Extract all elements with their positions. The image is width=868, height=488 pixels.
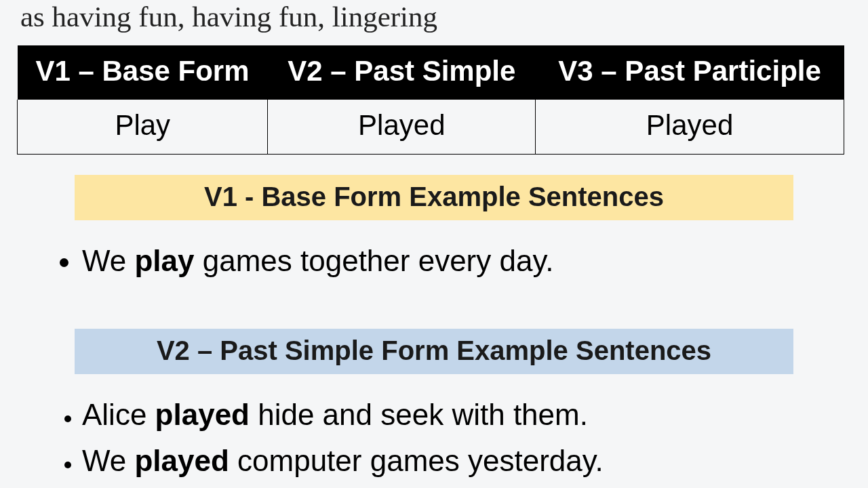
v2-ex1-pre: Alice (82, 398, 155, 431)
v1-ex1-bold: play (134, 244, 194, 277)
td-v3: Played (536, 100, 844, 155)
heading-v1-examples: V1 - Base Form Example Sentences (75, 175, 793, 220)
th-v3: V3 – Past Participle (536, 45, 844, 100)
v2-ex2-pre: We (82, 444, 134, 477)
intro-fragment: as having fun, having fun, lingering (20, 0, 851, 33)
v2-ex1-bold: played (155, 398, 250, 431)
heading-v2-examples: V2 – Past Simple Form Example Sentences (75, 329, 793, 374)
th-v2: V2 – Past Simple (268, 45, 536, 100)
v1-ex1-post: games together every day. (194, 244, 553, 277)
v1-example-1: We play games together every day. (82, 239, 851, 283)
v2-ex2-bold: played (134, 444, 229, 477)
v2-example-1: Alice played hide and seek with them. (82, 393, 851, 436)
th-v1: V1 – Base Form (18, 45, 268, 100)
v2-example-list: Alice played hide and seek with them. We… (82, 393, 851, 483)
td-v2: Played (268, 100, 536, 155)
v2-ex2-post: computer games yesterday. (229, 444, 604, 477)
td-v1: Play (18, 100, 268, 155)
v2-ex1-post: hide and seek with them. (250, 398, 588, 431)
v1-ex1-pre: We (82, 244, 134, 277)
v1-example-list: We play games together every day. (82, 239, 851, 283)
verb-forms-table: V1 – Base Form V2 – Past Simple V3 – Pas… (17, 45, 844, 155)
v2-example-2: We played computer games yesterday. (82, 439, 851, 483)
